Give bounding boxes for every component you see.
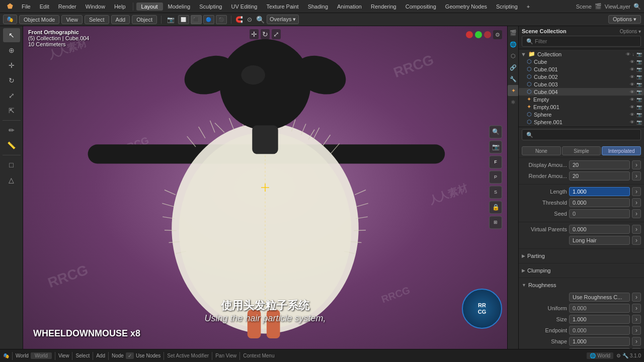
- tab-geometry-nodes[interactable]: Geometry Nodes: [441, 3, 491, 11]
- object-sphere[interactable]: ⬡ Sphere 👁 📷: [519, 111, 644, 118]
- menu-edit[interactable]: Edit: [36, 3, 53, 11]
- tool-scale[interactable]: ⤢: [3, 88, 20, 103]
- roughness-random-plus[interactable]: ›: [632, 348, 641, 349]
- viewport-options[interactable]: View: [61, 15, 83, 24]
- collection-select[interactable]: ↓: [632, 52, 635, 57]
- tab-rendering[interactable]: Rendering: [367, 3, 400, 11]
- move-icon[interactable]: ✛: [250, 29, 259, 39]
- prop-modifier-icon[interactable]: 🔧: [508, 73, 519, 84]
- prop-scene-icon[interactable]: 🎬: [508, 27, 519, 38]
- tab-sculpting[interactable]: Sculpting: [195, 3, 226, 11]
- options-dropdown[interactable]: Options ▾: [620, 29, 641, 34]
- object-empty001[interactable]: ✦ Empty.001 👁 📷: [519, 103, 644, 111]
- viewport-options-icon[interactable]: ⚙: [493, 30, 502, 39]
- prop-constraint-icon[interactable]: 🔗: [508, 62, 519, 73]
- roughness-uniform-plus[interactable]: ›: [632, 304, 641, 313]
- sphere001-hide[interactable]: 👁: [630, 120, 634, 125]
- cube-hide[interactable]: 👁: [630, 59, 634, 64]
- material-mode[interactable]: 🔵: [203, 15, 214, 24]
- roughness-endpoint-value[interactable]: 0.000: [569, 326, 630, 335]
- cube002-hide[interactable]: 👁: [630, 74, 634, 79]
- roughness-size-value[interactable]: 1.000: [569, 315, 630, 324]
- prop-world-icon[interactable]: 🌐: [508, 39, 519, 50]
- long-hair-plus[interactable]: ›: [632, 236, 641, 245]
- select-btn[interactable]: Select: [85, 15, 109, 24]
- roughness-endpoint-plus[interactable]: ›: [632, 326, 641, 335]
- solid-mode[interactable]: ⬛: [191, 15, 202, 24]
- collection-render[interactable]: 📷: [636, 52, 642, 57]
- roughness-shape-plus[interactable]: ›: [632, 337, 641, 346]
- object-cube003[interactable]: ⬡ Cube.003 👁 📷: [519, 80, 644, 88]
- use-roughness-plus[interactable]: ›: [632, 293, 641, 302]
- tool-cursor[interactable]: ⊕: [3, 43, 20, 57]
- cube002-render[interactable]: 📷: [636, 74, 642, 79]
- empty-render[interactable]: 📷: [636, 97, 642, 102]
- empty-hide[interactable]: 👁: [630, 97, 634, 102]
- tab-uv-editing[interactable]: UV Editing: [227, 3, 261, 11]
- tool-add-cube[interactable]: □: [3, 158, 20, 172]
- tab-texture-paint[interactable]: Texture Paint: [262, 3, 302, 11]
- tab-modeling[interactable]: Modeling: [164, 3, 195, 11]
- rotate-icon[interactable]: ↻: [261, 29, 270, 39]
- roughness-random-value[interactable]: 0.000: [569, 348, 630, 349]
- interp-simple-btn[interactable]: Simple: [562, 146, 601, 155]
- nav-side[interactable]: S: [489, 186, 502, 199]
- roughness-header[interactable]: ▼ Roughness: [522, 280, 641, 290]
- overlay-dropdown[interactable]: Overlays ▾: [267, 15, 299, 24]
- snapping-icon[interactable]: 🧲: [235, 16, 243, 23]
- tool-transform[interactable]: ⇱: [3, 104, 20, 118]
- prop-physics-icon[interactable]: ⚛: [508, 97, 519, 108]
- tool-measure[interactable]: 📏: [3, 138, 20, 152]
- render-amount-plus[interactable]: ›: [632, 171, 641, 180]
- virtual-parents-plus[interactable]: ›: [632, 225, 641, 234]
- nav-grid[interactable]: ⊞: [489, 216, 502, 229]
- dot-green[interactable]: [475, 31, 482, 38]
- sphere-render[interactable]: 📷: [636, 112, 642, 117]
- nav-front[interactable]: F: [489, 155, 502, 168]
- nav-persp[interactable]: P: [489, 170, 502, 184]
- sphere-hide[interactable]: 👁: [630, 112, 634, 117]
- editor-type-btn[interactable]: 🎭: [3, 15, 17, 24]
- menu-help[interactable]: Help: [110, 3, 130, 11]
- add-btn[interactable]: Add: [111, 15, 130, 24]
- cube-render[interactable]: 📷: [636, 59, 642, 64]
- tool-annotate[interactable]: ✏: [3, 123, 20, 137]
- clumping-header[interactable]: ▶ Clumping: [522, 265, 641, 276]
- cube004-render[interactable]: 📷: [636, 89, 642, 95]
- use-roughness-dropdown[interactable]: Use Roughness C...: [569, 293, 630, 302]
- empty001-render[interactable]: 📷: [636, 105, 642, 110]
- length-value[interactable]: 1.000: [569, 187, 630, 196]
- object-cube002[interactable]: ⬡ Cube.002 👁 📷: [519, 73, 644, 80]
- interp-interpolated-btn[interactable]: Interpolated: [602, 146, 641, 155]
- mode-selector[interactable]: Object Mode: [19, 15, 59, 24]
- long-hair-dropdown[interactable]: Long Hair: [569, 236, 630, 245]
- tab-add[interactable]: +: [523, 3, 534, 11]
- tool-move[interactable]: ✛: [3, 58, 20, 72]
- object-cube004[interactable]: ⬡ Cube.004 👁 📷: [519, 88, 644, 96]
- menu-file[interactable]: File: [18, 3, 35, 11]
- tool-select[interactable]: ↖: [3, 28, 20, 42]
- search-viewport[interactable]: 🔍: [256, 16, 265, 24]
- empty001-hide[interactable]: 👁: [630, 105, 634, 110]
- cube001-hide[interactable]: 👁: [630, 67, 634, 72]
- bottom-world-dropdown[interactable]: World: [31, 352, 52, 359]
- tab-shading[interactable]: Shading: [304, 3, 332, 11]
- object-empty[interactable]: ✦ Empty 👁 📷: [519, 96, 644, 103]
- tab-scripting[interactable]: Scripting: [492, 3, 522, 11]
- proportional-editing[interactable]: ⊙: [245, 16, 254, 23]
- virtual-parents-value[interactable]: 0.000: [569, 225, 630, 234]
- dot-red2[interactable]: [484, 31, 491, 38]
- display-amount-value[interactable]: 20: [569, 160, 630, 169]
- collection-row[interactable]: ▼ 📁 Collection 👁 ↓ 📷: [519, 50, 644, 58]
- nav-camera[interactable]: 📷: [489, 140, 502, 153]
- length-plus[interactable]: ›: [632, 187, 641, 196]
- object-btn[interactable]: Object: [132, 15, 157, 24]
- bottom-use-nodes-checkbox[interactable]: ✓: [126, 352, 134, 359]
- prop-obj-icon[interactable]: ⬡: [508, 50, 519, 61]
- 3d-viewport[interactable]: 人人素材 RRCG RRCG 人人素材 RRCG RRCG: [23, 26, 507, 349]
- tool-add-cone[interactable]: △: [3, 173, 20, 187]
- tab-animation[interactable]: Animation: [333, 3, 366, 11]
- roughness-size-plus[interactable]: ›: [632, 315, 641, 324]
- cube001-render[interactable]: 📷: [636, 67, 642, 72]
- menu-render[interactable]: Render: [54, 3, 80, 11]
